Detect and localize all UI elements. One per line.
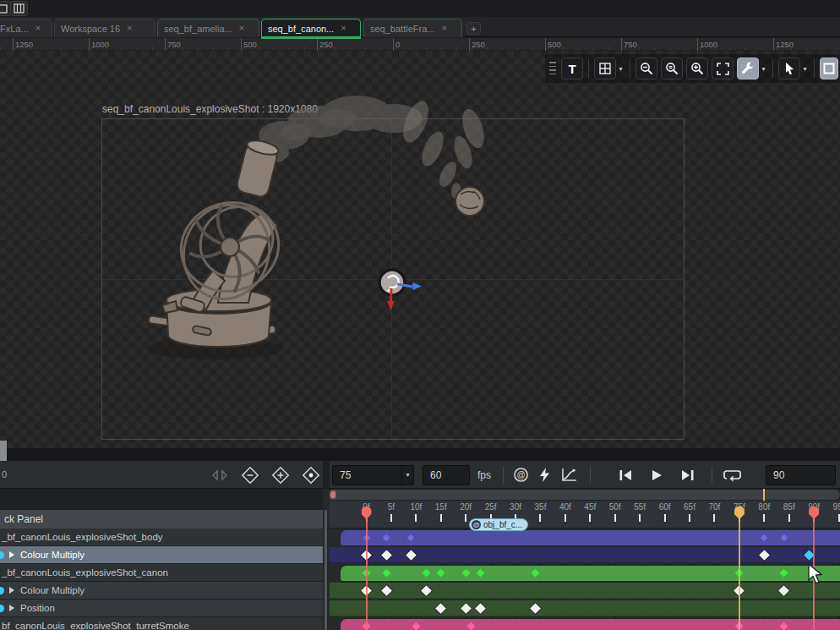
frame-tick [465,514,466,522]
timeline-track-canon-position[interactable] [330,600,840,617]
gizmo-y-axis[interactable] [391,288,392,302]
tab-seq-bf-amelia[interactable]: seq_bf_amelia... × [157,19,259,37]
set-key-button[interactable] [301,465,320,485]
track-row-object[interactable]: _bf_canonLouis_explosiveShot_body [0,529,323,546]
tab-nfxla[interactable]: nFxLa... × [0,19,52,37]
frame-tick [565,514,566,522]
flash-mode-button[interactable] [539,468,550,482]
tab-label: seq_bf_amelia... [164,24,232,34]
object-badge[interactable]: @ obj_bf_c... [469,518,528,531]
timeline-scrollbar[interactable] [330,489,840,501]
frame-select-button[interactable] [820,58,838,79]
select-tool-button[interactable] [778,58,800,79]
frame-box-icon [823,63,835,74]
current-frame-value: 75 [333,469,401,481]
frame-label: 30f [505,502,526,512]
frame-tick [614,514,616,522]
skip-to-end-button[interactable] [681,469,695,481]
chevron-down-icon[interactable]: ▾ [401,466,413,485]
frame-label: 55f [629,502,651,512]
fit-view-button[interactable] [712,58,734,79]
ruler-tick [13,38,14,51]
projectile-smoke-trail [398,97,488,200]
transform-gizmo[interactable] [379,270,422,310]
track-row-object[interactable]: _bf_canonLouis_explosiveShot_canon [0,564,323,582]
divider [323,461,330,488]
tab-close-icon[interactable]: × [35,24,41,33]
zoom-out-button[interactable] [635,58,657,79]
frame-tick [838,514,840,522]
remove-key-button[interactable] [240,465,259,485]
frame-tick [689,514,690,522]
track-panel-scrollbar[interactable] [325,510,327,630]
add-key-button[interactable] [270,465,290,485]
track-row-property[interactable]: Colour Multiply [0,546,323,564]
tab-workspace-16[interactable]: Workspace 16 × [54,19,155,37]
range-end-value: 90 [766,469,835,481]
frame-tick [539,514,541,522]
track-row-property[interactable]: Position [0,600,323,617]
chevron-down-icon[interactable]: ▾ [801,58,809,79]
play-icon [651,469,663,481]
track-bar-canon-colour-multiply[interactable] [330,583,840,599]
track-row-object[interactable]: bf_canonLouis_explosiveShot_turretSmoke [0,617,323,630]
fps-label: fps [477,469,491,481]
tab-close-icon[interactable]: × [239,24,244,33]
playhead-line[interactable] [366,516,368,630]
track-bar-canon-clip[interactable] [341,566,840,581]
tab-close-icon[interactable]: × [341,24,346,33]
expander-chevron-icon[interactable] [9,587,14,594]
expander-chevron-icon[interactable] [9,551,14,558]
prev-next-key-icon [210,468,229,483]
timeline-track-canon-colour-multiply[interactable] [330,582,840,600]
skip-to-start-button[interactable] [619,469,632,481]
application-window: nFxLa... × Workspace 16 × seq_bf_amelia.… [0,0,840,630]
curve-icon [561,468,577,482]
track-row-label: _bf_canonLouis_explosiveShot_canon [2,567,168,578]
jump-between-keys-button[interactable] [210,465,229,485]
playhead-line[interactable] [739,516,740,630]
grid-view-button[interactable] [594,58,616,79]
lightning-icon [539,468,550,482]
autokey-button[interactable]: @ [513,467,529,483]
loop-button[interactable] [723,468,741,482]
timeline-track-turretsmoke-clip[interactable] [330,617,840,630]
timeline-track-canon-clip[interactable] [330,564,840,582]
curve-editor-button[interactable] [561,468,577,482]
chevron-down-icon[interactable]: ▾ [760,58,767,79]
viewport-canvas[interactable]: seq_bf_canonLouis_explosiveShot : 1920x1… [0,51,840,448]
tab-close-icon[interactable]: × [441,24,446,33]
timeline-tracks [330,529,840,630]
ruler-tick [545,38,546,51]
track-row-label: _bf_canonLouis_explosiveShot_body [2,532,163,542]
text-tool-button[interactable]: T [561,58,583,79]
ruler-label: 250 [319,40,333,49]
tab-label: nFxLa... [0,24,29,34]
tab-seq-battlefra[interactable]: seq_battleFra... × [363,19,462,37]
current-frame-spinbox[interactable]: 75 ▾ [332,465,414,485]
mouse-cursor [807,563,824,589]
ruler-label: 250 [472,40,485,49]
ruler-label: 1250 [15,40,33,49]
timeline-ruler[interactable]: 0f5f10f15f20f25f30f35f40f45f50f55f60f65f… [330,501,840,529]
fps-field[interactable]: 60 [423,465,470,485]
track-row-property[interactable]: Colour Multiply [0,582,323,600]
add-tab-button[interactable]: + [466,22,481,35]
tab-close-icon[interactable]: × [127,24,132,33]
range-end-field[interactable]: 90 [766,465,836,485]
expander-chevron-icon[interactable] [9,605,14,611]
chevron-down-icon[interactable]: ▾ [617,58,625,79]
track-bar-canon-position[interactable] [330,600,840,616]
workspace-layout-button[interactable] [10,1,28,16]
zoom-reset-icon [665,62,679,75]
zoom-reset-button[interactable] [661,58,683,79]
ruler-label: 0 [395,40,400,49]
play-button[interactable] [651,469,663,481]
toolbar-grip[interactable] [549,62,556,75]
zoom-in-button[interactable] [686,58,708,79]
wrench-tool-button[interactable] [737,58,759,79]
panel-resize-handle[interactable] [0,441,7,461]
range-start-indicator [330,491,335,498]
tab-seq-bf-canon[interactable]: seq_bf_canon... × [261,19,361,37]
ruler-label: 1000 [700,40,717,49]
